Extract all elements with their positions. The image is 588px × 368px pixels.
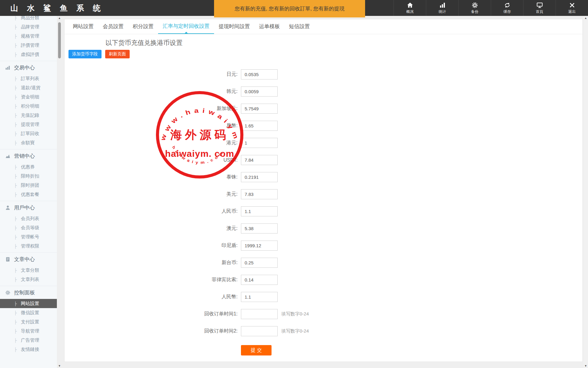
form-row: USDT: <box>65 155 582 165</box>
rate-input-jpy[interactable] <box>241 69 278 79</box>
sidebar-section-trade-center[interactable]: 交易中心 <box>0 61 57 74</box>
tab-member-settings[interactable]: 会员設置 <box>98 19 128 34</box>
sidebar-section-label: 控制面板 <box>14 289 35 296</box>
tab-points-settings[interactable]: 积分設置 <box>128 19 158 34</box>
sidebar-item-refund[interactable]: ├退款/退貨 <box>0 83 57 92</box>
scrollbar-thumb[interactable] <box>58 22 61 58</box>
header-action-homepage[interactable]: 首頁 <box>523 0 556 16</box>
rate-input-php[interactable] <box>241 275 278 285</box>
submit-row: 提 交 <box>241 345 582 355</box>
header-action-stats[interactable]: 统计 <box>426 0 458 16</box>
rate-input-myr[interactable] <box>241 121 278 131</box>
tab-withdraw-time-settings[interactable]: 提现时间設置 <box>214 19 254 34</box>
recycle-time-1-input[interactable] <box>241 309 278 319</box>
rate-input-sgd[interactable] <box>241 104 278 114</box>
recycle-time-2-input[interactable] <box>241 326 278 336</box>
page-scrollbar: ▲ ▼ <box>583 16 588 368</box>
branch-icon: ├ <box>14 165 17 169</box>
submit-button[interactable]: 提 交 <box>241 345 272 355</box>
tab-rate-recycle-settings[interactable]: 汇率与定时回收設置 <box>158 19 214 34</box>
sidebar-item-site-settings[interactable]: ├网站設置 <box>0 299 57 308</box>
scroll-down-icon[interactable]: ▼ <box>583 364 588 367</box>
scroll-up-icon[interactable]: ▲ <box>57 17 62 20</box>
branch-icon: ├ <box>14 52 17 57</box>
sidebar-item-group-buy[interactable]: ├限时拼团 <box>0 181 57 190</box>
sidebar-item-member-level[interactable]: ├会员等级 <box>0 223 57 232</box>
sidebar-item-admin-account[interactable]: ├管理帐号 <box>0 232 57 241</box>
sidebar-section-article-center[interactable]: 文章中心 <box>0 253 57 266</box>
header-action-overview[interactable]: 概况 <box>394 0 426 16</box>
sidebar-item-payment-settings[interactable]: ├支付設置 <box>0 317 57 326</box>
branch-icon: ├ <box>14 320 17 324</box>
refresh-page-button[interactable]: 刷新页面 <box>105 50 130 58</box>
sidebar-item-article-category[interactable]: ├文章分類 <box>0 266 57 275</box>
form-row: 澳元: <box>65 223 582 234</box>
header-action-backup[interactable]: 备份 <box>458 0 491 16</box>
header-action-logout[interactable]: 退出 <box>556 0 588 16</box>
tab-waybill-template[interactable]: 运单模板 <box>254 19 284 34</box>
sidebar-item-time-discount[interactable]: ├限時折扣 <box>0 171 57 181</box>
sidebar-item-nav-mgmt[interactable]: ├导航管理 <box>0 326 57 336</box>
sidebar-item-wechat-settings[interactable]: ├微信設置 <box>0 308 57 317</box>
sidebar-item-label: 会员列表 <box>21 216 39 222</box>
page: 山 水 鲨 鱼 系 统 概况 统计 备份 <box>0 0 588 368</box>
sidebar-item-order-list[interactable]: ├訂單列表 <box>0 74 57 83</box>
sidebar-item-admin-permission[interactable]: ├管理权限 <box>0 241 57 251</box>
sidebar-group-trade: 交易中心 ├訂單列表 ├退款/退貨 ├资金明细 ├积分明细 ├充值記錄 ├提現管… <box>0 61 57 149</box>
rate-input-krw[interactable] <box>241 86 278 97</box>
sidebar-section-control-panel[interactable]: 控制面板 <box>0 286 57 299</box>
branch-icon: ├ <box>14 235 17 239</box>
sidebar-section-marketing-center[interactable]: 营销中心 <box>0 149 57 162</box>
tab-sms-settings[interactable]: 短信設置 <box>284 19 314 34</box>
header-action-label: 统计 <box>439 9 446 14</box>
sidebar-item-friend-links[interactable]: ├友情鏈接 <box>0 345 57 354</box>
add-currency-button[interactable]: 添加货币字段 <box>68 50 102 58</box>
tab-site-settings[interactable]: 网站設置 <box>68 19 98 34</box>
sidebar-item-ad-mgmt[interactable]: ├广告管理 <box>0 336 57 345</box>
field-hint: 填写数字0-24 <box>281 328 309 334</box>
sidebar-item-combo[interactable]: ├优惠套餐 <box>0 190 57 199</box>
scroll-down-icon[interactable]: ▼ <box>57 364 62 367</box>
rate-input-rmb[interactable] <box>241 292 278 302</box>
rate-input-cny[interactable] <box>241 206 278 216</box>
sidebar-item-points-detail[interactable]: ├积分明细 <box>0 101 57 111</box>
field-label-php: 菲律宾比索: <box>65 277 238 283</box>
sidebar-item-label: 虚拟評價 <box>21 52 39 57</box>
sidebar-section-user-center[interactable]: 用戶中心 <box>0 201 57 214</box>
rate-input-thb[interactable] <box>241 172 278 182</box>
rate-input-idr[interactable] <box>241 241 278 251</box>
sidebar-item-coupon[interactable]: ├优惠券 <box>0 162 57 171</box>
sidebar-item-recharge-record[interactable]: ├充值記錄 <box>0 111 57 120</box>
branch-icon: ├ <box>14 16 17 20</box>
branch-icon: ├ <box>14 25 17 29</box>
sidebar-item-spec-mgmt[interactable]: ├规格管理 <box>0 31 57 41</box>
field-label-cny: 人民币: <box>65 208 238 215</box>
sidebar-item-fund-detail[interactable]: ├资金明细 <box>0 92 57 101</box>
sidebar-item-balance[interactable]: ├余額寶 <box>0 138 57 147</box>
sidebar-item-review-mgmt[interactable]: ├評價管理 <box>0 41 57 50</box>
gear-icon <box>5 290 11 295</box>
sidebar-item-product-category[interactable]: ├商品分類 <box>0 16 57 22</box>
sidebar-section-label: 用戶中心 <box>14 204 35 211</box>
rate-input-hkd[interactable] <box>241 138 278 148</box>
sidebar-item-article-list[interactable]: ├文章列表 <box>0 275 57 284</box>
form-row: 日元: <box>65 69 582 79</box>
sidebar-item-withdraw-mgmt[interactable]: ├提現管理 <box>0 120 57 129</box>
toolbar: 添加货币字段 刷新页面 <box>68 50 582 58</box>
rate-input-aud[interactable] <box>241 223 278 234</box>
field-label-thb: 泰铢: <box>65 174 238 180</box>
sidebar-item-member-list[interactable]: ├会员列表 <box>0 214 57 223</box>
scroll-up-icon[interactable]: ▲ <box>583 17 588 20</box>
notification-banner[interactable]: 您有新的充值, 您有新的回收訂單, 您有新的提現 <box>214 0 365 17</box>
sidebar-item-virtual-review[interactable]: ├虚拟評價 <box>0 50 57 59</box>
rate-input-twd[interactable] <box>241 258 278 268</box>
rate-input-usdt[interactable] <box>241 155 278 165</box>
sidebar: ├商品分類 ├品牌管理 ├规格管理 ├評價管理 ├虚拟評價 交易中心 ├訂單列表… <box>0 16 57 368</box>
form-row: 人民币: <box>65 206 582 216</box>
sidebar-item-order-recycle[interactable]: ├訂單回收 <box>0 129 57 138</box>
sidebar-item-brand-mgmt[interactable]: ├品牌管理 <box>0 22 57 31</box>
branch-icon: ├ <box>14 113 17 118</box>
rate-input-usd[interactable] <box>241 189 278 199</box>
branch-icon: ├ <box>14 104 17 109</box>
header-action-cache[interactable]: 缓存 <box>491 0 523 16</box>
